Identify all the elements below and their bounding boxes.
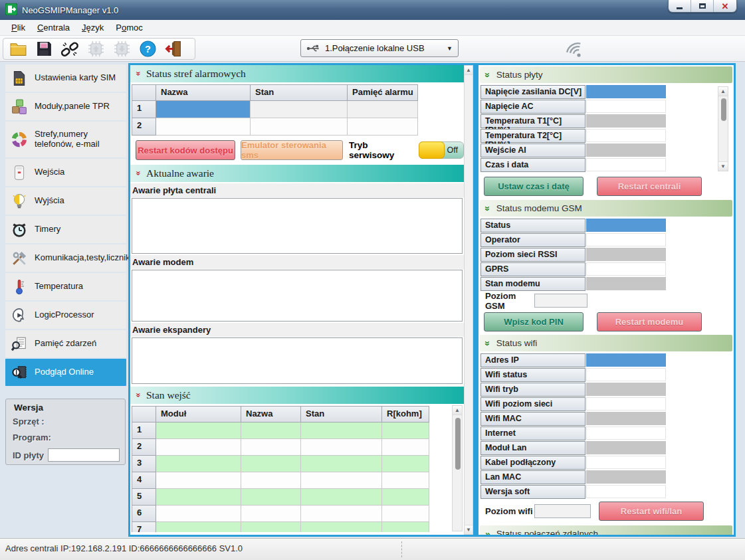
scroll-down-arrow[interactable]: ▼ (718, 161, 728, 171)
sidebar-item-logicprocessor[interactable]: LogicProcessor (5, 302, 126, 329)
sidebar-item-strefy[interactable]: Strefy,numery telefonów, e-mail (5, 122, 126, 157)
table-cell[interactable] (156, 522, 241, 532)
status-field-label: Stan modemu (480, 277, 585, 291)
sidebar-item-pamiec-zdarzen[interactable]: Pamięć zdarzeń (5, 330, 126, 357)
toggle-knob[interactable] (419, 141, 445, 159)
table-row[interactable]: 4 (132, 472, 429, 489)
table-cell[interactable] (301, 456, 382, 472)
table-cell[interactable] (241, 489, 301, 506)
table-cell[interactable] (156, 489, 241, 506)
table-cell[interactable] (301, 489, 382, 506)
table-cell[interactable] (241, 522, 301, 532)
sms-emulator-button[interactable]: Emulator sterowania sms (241, 140, 343, 160)
gsm-level-field[interactable] (534, 294, 587, 308)
section-header-status-polaczen[interactable]: » Status połączeń zdalnych (480, 525, 732, 535)
section-header-stan-wejsc[interactable]: » Stan wejść (130, 387, 464, 404)
menu-jezyk[interactable]: Język (76, 21, 110, 35)
sidebar-item-timery[interactable]: Timery (5, 216, 126, 243)
table-cell[interactable] (251, 101, 348, 118)
scroll-up-arrow[interactable]: ▲ (718, 87, 728, 96)
table-cell[interactable] (241, 506, 301, 522)
table-cell[interactable] (156, 118, 251, 136)
table-cell[interactable] (382, 422, 429, 439)
table-row[interactable]: 6 (132, 506, 429, 522)
table-cell[interactable] (241, 456, 301, 472)
sidebar-item-komunikacja[interactable]: Komunikacja,testy,liczniki (5, 244, 126, 272)
restart-central-button[interactable]: Restart centrali (597, 177, 702, 196)
section-header-status-stref[interactable]: » Status stref alarmowych (130, 65, 464, 82)
table-cell[interactable] (156, 472, 241, 489)
read-settings-button[interactable] (111, 40, 132, 58)
table-row[interactable]: 3 (132, 456, 429, 472)
table-cell[interactable] (251, 118, 348, 136)
section-header-status-modemu[interactable]: » Status modemu GSM (480, 200, 732, 217)
table-cell[interactable] (301, 422, 382, 439)
menu-pomoc[interactable]: Pomoc (110, 21, 148, 35)
scroll-down-arrow[interactable]: ▼ (465, 525, 473, 534)
sidebar-item-temperatura[interactable]: Temperatura (5, 273, 126, 300)
sidebar-item-moduly[interactable]: Moduły,panele TPR (5, 93, 126, 120)
scrollbar-thumb[interactable] (721, 98, 726, 121)
set-time-button[interactable]: Ustaw czas i datę (484, 177, 584, 196)
table-row[interactable]: 7 (132, 522, 429, 532)
open-file-button[interactable] (7, 40, 29, 58)
help-button[interactable]: ? (137, 40, 158, 58)
section-header-status-plyty[interactable]: » Status płyty (480, 66, 732, 83)
sidebar-item-wyjscia[interactable]: Wyjścia (5, 187, 126, 215)
minimize-button[interactable] (669, 0, 691, 12)
section-header-status-wifi[interactable]: » Status wifi (480, 335, 732, 351)
table-row[interactable]: 1 (132, 422, 429, 439)
exit-button[interactable] (163, 40, 184, 58)
table-cell[interactable] (382, 456, 429, 472)
table-cell[interactable] (301, 472, 382, 489)
table-cell[interactable] (156, 101, 251, 118)
write-settings-button[interactable] (85, 40, 106, 58)
table-cell[interactable] (301, 439, 382, 456)
scrollbar-thumb[interactable] (455, 418, 461, 470)
table-cell[interactable] (301, 506, 382, 522)
section-header-awarie[interactable]: » Aktualne awarie (130, 165, 464, 182)
table-cell[interactable] (348, 101, 418, 118)
table-cell[interactable] (382, 439, 429, 456)
table-row[interactable]: 2 (132, 439, 429, 456)
menu-plik[interactable]: Plik (5, 21, 31, 35)
wifi-level-field[interactable] (534, 504, 591, 518)
sidebar-item-sim[interactable]: Ustawienia karty SIM (5, 64, 126, 92)
save-button[interactable] (33, 40, 54, 58)
restart-modem-button[interactable]: Restart modemu (597, 312, 702, 331)
board-id-input[interactable] (48, 448, 120, 462)
table-cell[interactable] (241, 422, 301, 439)
board-status-scrollbar[interactable]: ▲ ▼ (718, 86, 728, 171)
maximize-button[interactable] (691, 0, 714, 12)
restart-access-codes-button[interactable]: Restart kodów dostępu (136, 140, 235, 160)
table-cell[interactable] (382, 506, 429, 522)
inputs-table-wrap: ModułNazwaStanR[kohm]1234567 ▲ (130, 405, 464, 532)
table-cell[interactable] (156, 422, 241, 439)
menu-centrala[interactable]: Centrala (31, 21, 76, 35)
table-cell[interactable] (382, 522, 429, 532)
inputs-table-scrollbar[interactable]: ▲ (452, 405, 463, 531)
enter-pin-button[interactable]: Wpisz kod PIN (484, 312, 584, 331)
table-cell[interactable] (156, 439, 241, 456)
table-cell[interactable] (241, 439, 301, 456)
scroll-up-arrow[interactable]: ▲ (453, 406, 462, 415)
table-cell[interactable] (348, 118, 418, 136)
table-cell[interactable] (156, 506, 241, 522)
table-cell[interactable] (382, 489, 429, 506)
table-cell[interactable] (301, 522, 382, 532)
table-cell[interactable] (156, 456, 241, 472)
close-button[interactable]: ✕ (714, 0, 736, 12)
table-row[interactable]: 2 (132, 118, 418, 136)
table-cell[interactable] (382, 472, 429, 489)
table-row[interactable]: 5 (132, 489, 429, 506)
connection-select[interactable]: 1.Połączenie lokalne USB ▼ (300, 39, 459, 57)
sidebar-item-podglad-online[interactable]: Podgląd Online (5, 359, 126, 386)
table-row[interactable]: 1 (132, 101, 418, 118)
connect-button[interactable] (59, 40, 80, 58)
table-cell[interactable] (241, 472, 301, 489)
restart-wifi-lan-button[interactable]: Restart wifi/lan (599, 502, 704, 521)
center-panel-scrollbar[interactable]: ▲ ▼ (464, 65, 473, 535)
service-mode-toggle[interactable]: Off (419, 141, 464, 159)
sidebar-item-wejscia[interactable]: Wejścia (5, 159, 126, 186)
scroll-up-arrow[interactable]: ▲ (465, 66, 473, 75)
